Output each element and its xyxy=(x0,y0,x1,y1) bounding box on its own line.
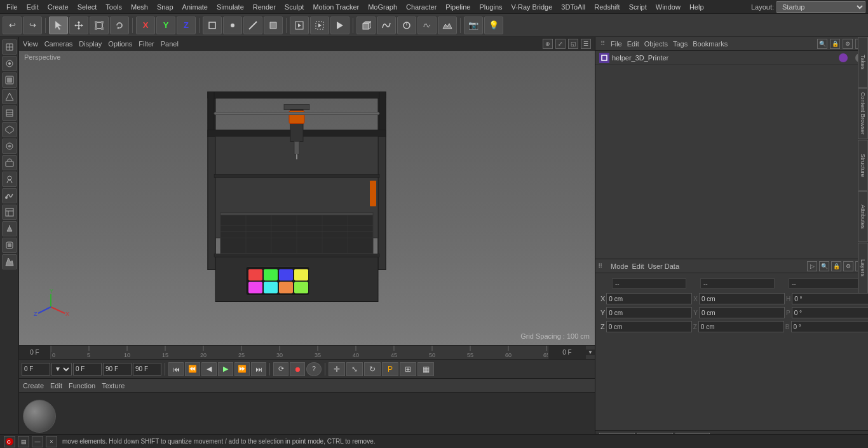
attr-settings-icon[interactable]: ⚙ xyxy=(843,261,853,271)
menu-create[interactable]: Create xyxy=(44,2,72,12)
timeline-expand-btn[interactable]: ▼ xyxy=(586,350,595,355)
menu-script[interactable]: Script xyxy=(625,2,651,12)
bp-menu-texture[interactable]: Texture xyxy=(102,382,125,390)
playback-start-input[interactable] xyxy=(22,363,50,376)
obj-menu-objects[interactable]: Objects xyxy=(644,40,668,48)
vp-menu-display[interactable]: Display xyxy=(79,40,102,48)
sidebar-icon-7[interactable] xyxy=(2,155,17,170)
playback-endmax-input[interactable] xyxy=(103,363,132,376)
menu-pipeline[interactable]: Pipeline xyxy=(442,2,474,12)
sidebar-icon-12[interactable] xyxy=(2,238,17,253)
tab-structure[interactable]: Structure xyxy=(858,140,868,191)
bp-menu-create[interactable]: Create xyxy=(23,382,44,390)
viewport[interactable]: View Cameras Display Options Filter Pane… xyxy=(19,37,595,345)
bp-menu-edit[interactable]: Edit xyxy=(50,382,62,390)
vp-corner-icon-4[interactable]: ☰ xyxy=(581,39,591,49)
attr-search-icon[interactable]: 🔍 xyxy=(819,261,829,271)
menu-mograph[interactable]: MoGraph xyxy=(364,2,401,12)
vp-menu-panel[interactable]: Panel xyxy=(161,40,179,48)
menu-select[interactable]: Select xyxy=(74,2,101,12)
tab-takes[interactable]: Takes xyxy=(858,37,868,88)
coord-y-pos[interactable] xyxy=(606,307,692,318)
menu-window[interactable]: Window xyxy=(652,2,684,12)
landscape-button[interactable] xyxy=(438,17,457,34)
coord-z-pos[interactable] xyxy=(606,321,692,332)
status-minimize-icon[interactable]: — xyxy=(32,436,43,447)
nurbs-button[interactable] xyxy=(377,17,396,34)
play-button[interactable]: ▶ xyxy=(218,362,233,376)
vp-menu-view[interactable]: View xyxy=(23,40,38,48)
status-close-icon[interactable]: × xyxy=(46,436,57,447)
coord-y-rot[interactable] xyxy=(792,307,868,318)
playback-current-input[interactable] xyxy=(73,363,102,376)
bp-menu-function[interactable]: Function xyxy=(69,382,95,390)
obj-menu-edit[interactable]: Edit xyxy=(627,40,639,48)
menu-vray[interactable]: V-Ray Bridge xyxy=(508,2,557,12)
menu-simulate[interactable]: Simulate xyxy=(213,2,248,12)
tab-layers[interactable]: Layers xyxy=(858,243,868,294)
help-button[interactable]: ? xyxy=(306,362,322,376)
rotate-tool-button[interactable] xyxy=(110,17,129,34)
menu-animate[interactable]: Animate xyxy=(179,2,212,12)
light-button[interactable]: 💡 xyxy=(484,17,503,34)
menu-edit[interactable]: Edit xyxy=(23,2,43,12)
vp-menu-filter[interactable]: Filter xyxy=(139,40,154,48)
obj-menu-bookmarks[interactable]: Bookmarks xyxy=(693,40,728,48)
attr-menu-mode[interactable]: Mode xyxy=(611,262,628,270)
menu-redshift[interactable]: Redshift xyxy=(590,2,623,12)
render-button[interactable] xyxy=(330,17,349,34)
menu-character[interactable]: Character xyxy=(402,2,440,12)
coord-y-size[interactable] xyxy=(699,307,785,318)
cube-button[interactable] xyxy=(356,17,376,34)
vp-menu-options[interactable]: Options xyxy=(108,40,132,48)
menu-3dtoall[interactable]: 3DToAll xyxy=(557,2,589,12)
deformer-button[interactable] xyxy=(417,17,437,34)
render-view-button[interactable] xyxy=(290,17,309,34)
status-timeline-icon[interactable]: ▤ xyxy=(18,436,29,447)
menu-render[interactable]: Render xyxy=(249,2,280,12)
menu-plugins[interactable]: Plugins xyxy=(475,2,506,12)
coord-x-pos[interactable] xyxy=(606,293,692,304)
objects-settings-icon[interactable]: ⚙ xyxy=(843,39,853,49)
obj-menu-file[interactable]: File xyxy=(611,40,622,48)
obj-menu-tags[interactable]: Tags xyxy=(673,40,688,48)
record-button[interactable]: ⏺ xyxy=(290,362,305,376)
sidebar-icon-4[interactable] xyxy=(2,105,17,121)
pb-move-tool[interactable]: ✛ xyxy=(329,362,345,376)
render-region-button[interactable] xyxy=(310,17,329,34)
play-back-button[interactable]: ◀ xyxy=(201,362,217,376)
objects-search-icon[interactable]: 🔍 xyxy=(817,39,827,49)
vp-menu-cameras[interactable]: Cameras xyxy=(44,40,73,48)
layout-select[interactable]: Startup xyxy=(776,1,865,13)
last-frame-button[interactable]: ⏭ xyxy=(251,362,266,376)
pb-rotate-tool[interactable]: ↻ xyxy=(364,362,381,376)
redo-button[interactable]: ↪ xyxy=(23,17,42,34)
menu-tools[interactable]: Tools xyxy=(102,2,126,12)
sidebar-icon-5[interactable] xyxy=(2,122,17,137)
scale-tool-button[interactable] xyxy=(90,17,109,34)
coord-z-size[interactable] xyxy=(698,321,784,332)
pb-scale-tool[interactable]: ⤡ xyxy=(346,362,363,376)
playback-fps-select[interactable]: ▼ xyxy=(51,363,72,376)
playback-end-input[interactable] xyxy=(133,363,161,376)
sidebar-icon-6[interactable] xyxy=(2,139,17,154)
attr-menu-edit[interactable]: Edit xyxy=(632,262,644,270)
timeline-ruler-area[interactable]: 0 5 10 15 20 25 30 35 40 xyxy=(51,346,548,359)
camera-button[interactable]: 📷 xyxy=(464,17,483,34)
vp-corner-icon-3[interactable]: ◱ xyxy=(568,39,578,49)
loop-button[interactable]: ⟳ xyxy=(273,362,288,376)
menu-mesh[interactable]: Mesh xyxy=(127,2,152,12)
object-mode-button[interactable] xyxy=(203,17,222,34)
coord-x-rot[interactable] xyxy=(792,293,868,304)
tab-content-browser[interactable]: Content Browser xyxy=(858,88,868,139)
sidebar-icon-3[interactable] xyxy=(2,89,17,104)
z-axis-button[interactable]: Z xyxy=(177,17,196,34)
pb-grid-tool[interactable]: ⊞ xyxy=(400,362,416,376)
first-frame-button[interactable]: ⏮ xyxy=(168,362,184,376)
move-tool-button[interactable] xyxy=(69,17,88,34)
menu-file[interactable]: File xyxy=(3,2,22,12)
undo-button[interactable]: ↩ xyxy=(3,17,22,34)
sidebar-icon-2[interactable] xyxy=(2,72,17,88)
x-axis-button[interactable]: X xyxy=(136,17,155,34)
sidebar-icon-8[interactable] xyxy=(2,172,17,187)
